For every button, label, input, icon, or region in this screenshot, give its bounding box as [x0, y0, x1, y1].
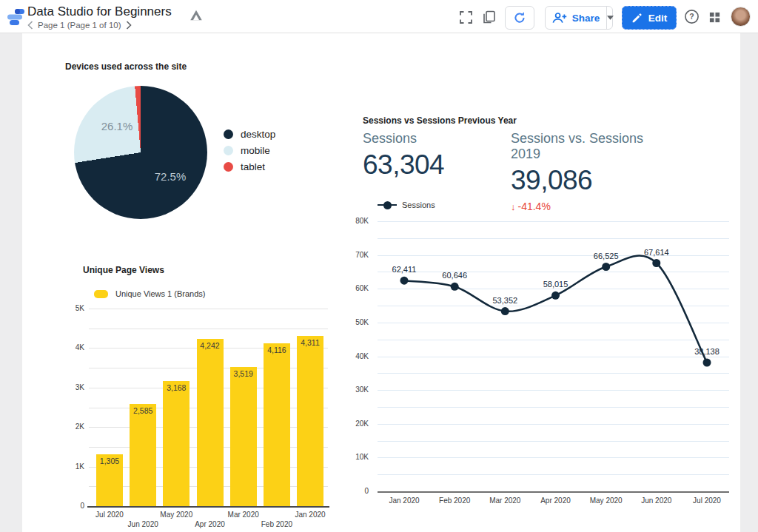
bar-y-tick: 3K	[47, 383, 84, 391]
bar-Jun 2020[interactable]: 2,585	[130, 404, 156, 506]
bar-x-label: May 2020	[152, 511, 200, 519]
pencil-icon	[631, 13, 643, 24]
bar-x-label: Feb 2020	[253, 520, 301, 528]
bar-gridline	[89, 329, 328, 329]
bar-y-tick: 2K	[47, 422, 84, 431]
bar-y-tick: 5K	[47, 304, 84, 312]
fullscreen-icon[interactable]	[459, 10, 473, 24]
copy-pages-icon[interactable]	[482, 10, 496, 24]
report-title[interactable]: Data Studio for Beginners	[27, 4, 172, 19]
bar-value-label: 4,116	[264, 346, 290, 354]
bar-Jul 2020[interactable]: 1,305	[96, 454, 123, 506]
bar-Jan 2020[interactable]: 4,311	[297, 336, 323, 506]
svg-text:?: ?	[689, 12, 694, 21]
bar-y-tick: 4K	[47, 343, 84, 351]
caret-down-icon	[607, 16, 614, 20]
user-avatar[interactable]	[731, 7, 751, 27]
bar-x-label: Jan 2020	[286, 511, 334, 519]
data-studio-logo[interactable]	[7, 7, 26, 27]
person-add-icon	[551, 12, 567, 24]
bar-x-axis	[87, 506, 329, 508]
share-button[interactable]: Share	[545, 6, 613, 30]
bar-Apr 2020[interactable]: 4,242	[197, 339, 224, 507]
bar-value-label: 3,168	[163, 383, 190, 392]
report-workspace: Devices used across the site 26.1% 72.5%…	[0, 33, 758, 532]
breadcrumb: Page 1 (Page 1 of 10)	[27, 21, 132, 30]
chevron-right-icon[interactable]	[126, 21, 132, 30]
bar-x-label: Jul 2020	[86, 511, 133, 519]
bar-value-label: 4,311	[297, 338, 323, 347]
share-label: Share	[572, 13, 600, 24]
unique-page-views-bar-chart: 01K2K3K4K5K1,305Jul 20202,585Jun 20203,1…	[22, 33, 740, 532]
refresh-button[interactable]	[505, 6, 534, 30]
bar-gridline	[89, 309, 328, 309]
bar-x-label: Apr 2020	[187, 520, 234, 528]
share-main[interactable]: Share	[544, 7, 607, 29]
edit-label: Edit	[648, 13, 668, 24]
bar-Feb 2020[interactable]: 4,116	[264, 343, 290, 506]
apps-grid-icon[interactable]	[708, 11, 721, 24]
bar-value-label: 4,242	[197, 341, 224, 350]
data-studio-app: Data Studio for Beginners Page 1 (Page 1…	[0, 0, 758, 532]
chevron-left-icon[interactable]	[27, 21, 33, 30]
report-canvas: Devices used across the site 26.1% 72.5%…	[22, 33, 740, 532]
bar-value-label: 2,585	[130, 406, 156, 415]
bar-x-label: Mar 2020	[220, 511, 267, 519]
bar-value-label: 1,305	[96, 457, 123, 465]
help-icon[interactable]: ?	[684, 9, 700, 24]
bar-y-tick: 1K	[47, 462, 84, 471]
share-options-button[interactable]	[606, 7, 614, 29]
bar-value-label: 3,519	[230, 369, 257, 378]
drive-icon	[190, 9, 203, 21]
page-indicator[interactable]: Page 1 (Page 1 of 10)	[38, 21, 121, 30]
bar-Mar 2020[interactable]: 3,519	[230, 367, 257, 506]
app-header: Data Studio for Beginners Page 1 (Page 1…	[0, 0, 758, 33]
refresh-icon	[513, 11, 526, 24]
bar-May 2020[interactable]: 3,168	[163, 381, 190, 506]
edit-button[interactable]: Edit	[622, 6, 677, 30]
bar-y-tick: 0	[47, 502, 84, 510]
bar-x-label: Jun 2020	[119, 520, 167, 528]
